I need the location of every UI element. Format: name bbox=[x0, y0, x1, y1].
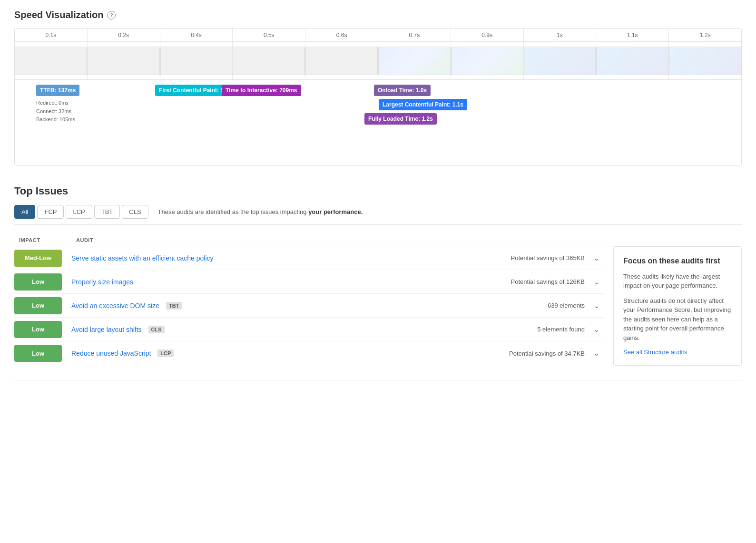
sidebar-para2: Structure audits do not directly affect … bbox=[623, 296, 732, 343]
frame-6 bbox=[378, 42, 451, 79]
issue-row-4: Low Reduce unused JavaScript LCP Potenti… bbox=[14, 341, 604, 365]
help-icon[interactable]: ? bbox=[107, 11, 116, 19]
chevron-btn-4[interactable]: ⌄ bbox=[589, 346, 604, 360]
bottom-divider bbox=[14, 380, 742, 380]
issue-detail-0: Potential savings of 365KB bbox=[485, 254, 589, 262]
tab-description-text: These audits are identified as the top i… bbox=[158, 208, 307, 215]
issue-row-0: Med-Low Serve static assets with an effi… bbox=[14, 246, 604, 270]
issue-detail-1: Potential savings of 126KB bbox=[485, 278, 589, 285]
tick-02: 0.2s bbox=[88, 29, 160, 41]
issue-detail-3: 5 elements found bbox=[485, 326, 589, 333]
tick-04: 0.5s bbox=[233, 29, 305, 41]
issue-tag-4: LCP bbox=[157, 349, 174, 357]
issue-name-0[interactable]: Serve static assets with an efficient ca… bbox=[71, 254, 485, 262]
tab-tbt[interactable]: TBT bbox=[94, 205, 120, 219]
chevron-btn-0[interactable]: ⌄ bbox=[589, 251, 604, 265]
frame-4 bbox=[233, 42, 305, 79]
issue-row-2: Low Avoid an excessive DOM size TBT 639 … bbox=[14, 294, 604, 318]
ttfb-redirect: Redirect: 0ms bbox=[36, 99, 75, 107]
col-audit-header: AUDIT bbox=[76, 237, 742, 243]
frame-8 bbox=[524, 42, 597, 79]
tick-01: 0.1s bbox=[15, 29, 88, 41]
tab-bar: All FCP LCP TBT CLS These audits are ide… bbox=[14, 205, 742, 225]
tab-lcp[interactable]: LCP bbox=[66, 205, 92, 219]
issue-name-text-3: Avoid large layout shifts bbox=[71, 326, 142, 333]
timeline-frames bbox=[15, 42, 741, 80]
top-issues-section: Top Issues All FCP LCP TBT CLS These aud… bbox=[14, 185, 742, 366]
ttfb-backend: Backend: 105ms bbox=[36, 116, 75, 124]
frame-10 bbox=[669, 42, 741, 79]
tab-all[interactable]: All bbox=[14, 205, 35, 219]
frame-3 bbox=[160, 42, 233, 79]
ttfb-connect: Connect: 32ms bbox=[36, 107, 75, 116]
speed-visualization-panel: 0.1s 0.2s 0.4s 0.5s 0.6s 0.7s 0.9s 1s 1.… bbox=[14, 28, 742, 166]
issue-name-4[interactable]: Reduce unused JavaScript LCP bbox=[71, 349, 485, 357]
impact-badge-0: Med-Low bbox=[14, 250, 62, 267]
tti-marker: Time to Interactive: 709ms bbox=[222, 85, 301, 96]
timeline-ruler: 0.1s 0.2s 0.4s 0.5s 0.6s 0.7s 0.9s 1s 1.… bbox=[15, 29, 741, 42]
fully-loaded-marker: Fully Loaded Time: 1.2s bbox=[364, 113, 437, 125]
issue-name-text-2: Avoid an excessive DOM size bbox=[71, 302, 159, 310]
speed-viz-title-text: Speed Visualization bbox=[14, 10, 103, 20]
tick-07: 0.9s bbox=[451, 29, 524, 41]
issue-detail-4: Potential savings of 34.7KB bbox=[485, 350, 589, 357]
issue-tag-3: CLS bbox=[148, 326, 165, 333]
col-impact-header: IMPACT bbox=[19, 237, 76, 243]
ttfb-marker: TTFB: 137ms bbox=[36, 85, 79, 96]
chevron-btn-1[interactable]: ⌄ bbox=[589, 275, 604, 289]
impact-badge-3: Low bbox=[14, 321, 62, 338]
chevron-btn-2[interactable]: ⌄ bbox=[589, 299, 604, 313]
frame-2 bbox=[88, 42, 160, 79]
main-content: Med-Low Serve static assets with an effi… bbox=[14, 246, 742, 366]
frame-1 bbox=[15, 42, 88, 79]
timeline-markers-area: TTFB: 137ms Redirect: 0ms Connect: 32ms … bbox=[15, 80, 741, 165]
frame-9 bbox=[596, 42, 669, 79]
tick-10: 1.2s bbox=[669, 29, 741, 41]
issue-name-1[interactable]: Properly size images bbox=[71, 278, 485, 286]
ttfb-details: Redirect: 0ms Connect: 32ms Backend: 105… bbox=[36, 99, 75, 124]
issue-name-2[interactable]: Avoid an excessive DOM size TBT bbox=[71, 302, 485, 310]
chevron-btn-3[interactable]: ⌄ bbox=[589, 322, 604, 337]
tab-cls[interactable]: CLS bbox=[122, 205, 148, 219]
tick-06: 0.7s bbox=[378, 29, 451, 41]
sidebar-title: Focus on these audits first bbox=[623, 256, 732, 266]
impact-badge-1: Low bbox=[14, 273, 62, 291]
tick-05: 0.6s bbox=[305, 29, 378, 41]
issue-name-text-1: Properly size images bbox=[71, 278, 133, 286]
frame-7 bbox=[451, 42, 524, 79]
issues-header: IMPACT AUDIT bbox=[14, 234, 742, 246]
tick-03: 0.4s bbox=[160, 29, 233, 41]
issue-row-1: Low Properly size images Potential savin… bbox=[14, 270, 604, 294]
impact-badge-2: Low bbox=[14, 297, 62, 314]
impact-badge-4: Low bbox=[14, 345, 62, 362]
sidebar-link[interactable]: See all Structure audits bbox=[623, 349, 687, 356]
issue-detail-2: 639 elements bbox=[485, 302, 589, 309]
issue-tag-2: TBT bbox=[166, 302, 182, 310]
issue-name-text-0: Serve static assets with an efficient ca… bbox=[71, 254, 214, 262]
speed-viz-title: Speed Visualization ? bbox=[14, 10, 742, 20]
onload-marker: Onload Time: 1.0s bbox=[374, 85, 431, 96]
sidebar-para1: These audits likely have the largest imp… bbox=[623, 272, 732, 291]
issue-name-text-4: Reduce unused JavaScript bbox=[71, 349, 151, 357]
issue-row-3: Low Avoid large layout shifts CLS 5 elem… bbox=[14, 318, 604, 341]
tab-description-bold: your performance. bbox=[308, 208, 363, 215]
issues-list: Med-Low Serve static assets with an effi… bbox=[14, 246, 604, 366]
sidebar-card: Focus on these audits first These audits… bbox=[613, 246, 742, 366]
lcp-marker: Largest Contentful Paint: 1.1s bbox=[379, 99, 467, 110]
top-issues-title: Top Issues bbox=[14, 185, 742, 197]
tick-08: 1s bbox=[524, 29, 597, 41]
issue-name-3[interactable]: Avoid large layout shifts CLS bbox=[71, 326, 485, 333]
frame-5 bbox=[305, 42, 378, 79]
tab-fcp[interactable]: FCP bbox=[37, 205, 64, 219]
tab-description: These audits are identified as the top i… bbox=[158, 208, 363, 215]
tick-09: 1.1s bbox=[596, 29, 669, 41]
